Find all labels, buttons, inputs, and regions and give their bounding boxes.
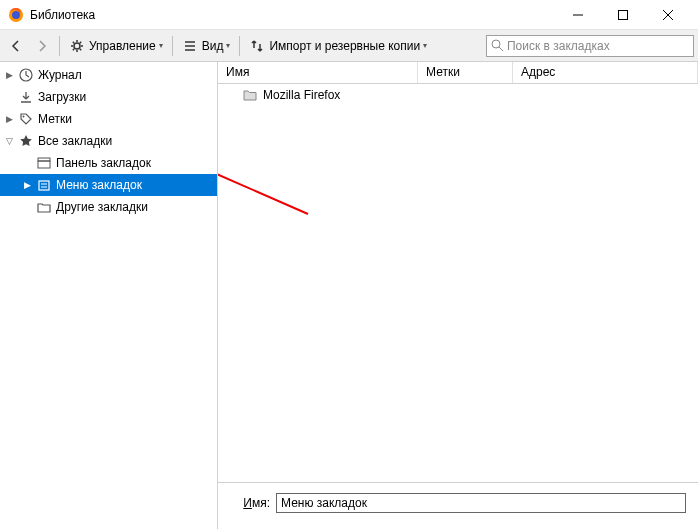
search-icon bbox=[491, 39, 503, 52]
sidebar-item-other-bookmarks[interactable]: Другие закладки bbox=[0, 196, 217, 218]
detail-name-row: Имя: bbox=[230, 493, 686, 513]
toolbar: Управление ▾ Вид ▾ Импорт и резервные ко… bbox=[0, 30, 698, 62]
app-icon bbox=[8, 7, 24, 23]
sidebar-item-label: Все закладки bbox=[38, 134, 112, 148]
sidebar-item-label: Журнал bbox=[38, 68, 82, 82]
window-controls bbox=[555, 1, 690, 29]
import-export-icon bbox=[249, 38, 265, 54]
folder-icon bbox=[36, 199, 52, 215]
svg-point-1 bbox=[12, 11, 20, 19]
titlebar: Библиотека bbox=[0, 0, 698, 30]
sidebar: ▶ Журнал Загрузки ▶ Метки ▽ Все закладки… bbox=[0, 62, 218, 529]
tag-icon bbox=[18, 111, 34, 127]
view-label: Вид bbox=[202, 39, 224, 53]
maximize-button[interactable] bbox=[600, 1, 645, 29]
column-name[interactable]: Имя bbox=[218, 62, 418, 83]
column-headers: Имя Метки Адрес bbox=[218, 62, 698, 84]
chevron-down-icon: ▾ bbox=[226, 41, 230, 50]
list-item-label: Mozilla Firefox bbox=[263, 88, 340, 102]
expand-icon[interactable]: ▶ bbox=[2, 70, 16, 80]
close-button[interactable] bbox=[645, 1, 690, 29]
details-panel: Имя: bbox=[218, 482, 698, 529]
detail-name-input[interactable] bbox=[276, 493, 686, 513]
sidebar-item-tags[interactable]: ▶ Метки bbox=[0, 108, 217, 130]
menu-folder-icon bbox=[36, 177, 52, 193]
download-icon bbox=[18, 89, 34, 105]
svg-point-13 bbox=[23, 116, 25, 118]
gear-icon bbox=[69, 38, 85, 54]
main-panel: Имя Метки Адрес Mozilla Firefox Имя: bbox=[218, 62, 698, 529]
column-tags[interactable]: Метки bbox=[418, 62, 513, 83]
svg-point-10 bbox=[492, 40, 500, 48]
content: ▶ Журнал Загрузки ▶ Метки ▽ Все закладки… bbox=[0, 62, 698, 529]
svg-point-6 bbox=[74, 43, 80, 49]
bookmark-list: Mozilla Firefox bbox=[218, 84, 698, 482]
forward-button[interactable] bbox=[30, 33, 54, 59]
minimize-button[interactable] bbox=[555, 1, 600, 29]
sidebar-item-label: Другие закладки bbox=[56, 200, 148, 214]
search-box[interactable] bbox=[486, 35, 694, 57]
sidebar-item-all-bookmarks[interactable]: ▽ Все закладки bbox=[0, 130, 217, 152]
separator bbox=[59, 36, 60, 56]
annotation-arrow bbox=[218, 139, 318, 219]
sidebar-item-label: Метки bbox=[38, 112, 72, 126]
import-backup-button[interactable]: Импорт и резервные копии ▾ bbox=[245, 33, 431, 59]
svg-rect-16 bbox=[39, 181, 49, 190]
sidebar-item-history[interactable]: ▶ Журнал bbox=[0, 64, 217, 86]
search-input[interactable] bbox=[507, 39, 689, 53]
star-icon bbox=[18, 133, 34, 149]
import-label: Импорт и резервные копии bbox=[269, 39, 420, 53]
window-title: Библиотека bbox=[30, 8, 555, 22]
svg-rect-3 bbox=[618, 10, 627, 19]
back-button[interactable] bbox=[4, 33, 28, 59]
separator bbox=[239, 36, 240, 56]
list-item[interactable]: Mozilla Firefox bbox=[218, 85, 698, 105]
sidebar-item-bookmarks-toolbar[interactable]: Панель закладок bbox=[0, 152, 217, 174]
chevron-down-icon: ▾ bbox=[423, 41, 427, 50]
expand-icon[interactable]: ▶ bbox=[2, 114, 16, 124]
separator bbox=[172, 36, 173, 56]
detail-name-label: Имя: bbox=[230, 496, 270, 510]
toolbar-folder-icon bbox=[36, 155, 52, 171]
view-button[interactable]: Вид ▾ bbox=[178, 33, 235, 59]
clock-icon bbox=[18, 67, 34, 83]
svg-rect-15 bbox=[38, 161, 50, 168]
expand-icon[interactable]: ▶ bbox=[20, 180, 34, 190]
svg-line-11 bbox=[499, 47, 503, 51]
sidebar-item-label: Панель закладок bbox=[56, 156, 151, 170]
organize-label: Управление bbox=[89, 39, 156, 53]
folder-icon bbox=[242, 87, 258, 103]
column-address[interactable]: Адрес bbox=[513, 62, 698, 83]
organize-button[interactable]: Управление ▾ bbox=[65, 33, 167, 59]
arrow-left-icon bbox=[8, 38, 24, 54]
sidebar-item-downloads[interactable]: Загрузки bbox=[0, 86, 217, 108]
arrow-right-icon bbox=[34, 38, 50, 54]
chevron-down-icon: ▾ bbox=[159, 41, 163, 50]
sidebar-item-label: Меню закладок bbox=[56, 178, 142, 192]
list-icon bbox=[182, 38, 198, 54]
collapse-icon[interactable]: ▽ bbox=[2, 136, 16, 146]
sidebar-item-label: Загрузки bbox=[38, 90, 86, 104]
svg-line-19 bbox=[218, 144, 308, 214]
sidebar-item-bookmarks-menu[interactable]: ▶ Меню закладок bbox=[0, 174, 217, 196]
